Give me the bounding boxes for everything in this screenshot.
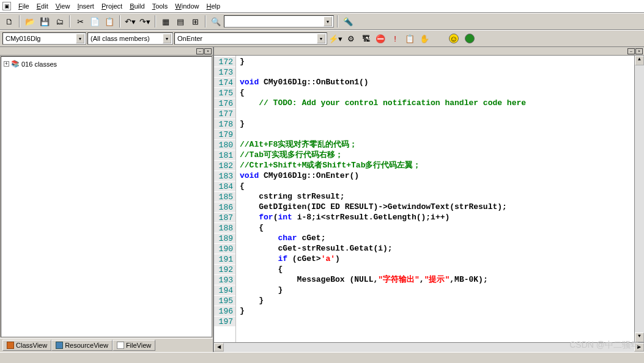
scroll-left-icon[interactable]: ◀ (214, 343, 224, 351)
workspace-icon[interactable]: ▦ (159, 15, 172, 28)
paste-icon[interactable]: 📋 (103, 15, 116, 28)
workspace-sidebar: – × + 📚 016 classes ClassView ResourceVi… (0, 47, 214, 352)
fileview-icon (117, 342, 124, 349)
save-icon[interactable]: 💾 (38, 15, 51, 28)
tab-resourceview[interactable]: ResourceView (51, 340, 113, 351)
copy-icon[interactable]: 📄 (88, 15, 102, 28)
sidebar-close-icon[interactable]: × (204, 48, 212, 54)
window-list-icon[interactable]: ⊞ (188, 15, 202, 28)
tree-root-label: 016 classes (21, 61, 57, 68)
code-editor[interactable]: 1721731741751761771781791801811821831841… (214, 56, 644, 342)
open-icon[interactable]: 📂 (23, 15, 37, 28)
class-combo[interactable]: CMy016Dlg ▼ (2, 32, 86, 45)
menu-file[interactable]: File (15, 1, 33, 11)
resourceview-icon (56, 342, 63, 349)
chevron-down-icon[interactable]: ▼ (317, 34, 325, 43)
scroll-right-icon[interactable]: ▶ (634, 343, 644, 351)
build-icon[interactable]: 🏗 (359, 32, 372, 45)
toggle-breakpoint-icon[interactable]: ✋ (418, 32, 431, 45)
statusbar (0, 352, 644, 363)
chevron-down-icon[interactable]: ▼ (76, 34, 84, 43)
output-icon[interactable]: ▤ (174, 15, 187, 28)
execute-icon[interactable]: ! (388, 32, 402, 45)
toolbar-standard: 🗋 📂 💾 🗂 ✂ 📄 📋 ↶▾ ↷▾ ▦ ▤ ⊞ 🔍 ▼ 🔦 (0, 13, 644, 30)
filter-combo[interactable]: (All class members) ▼ (87, 32, 173, 45)
search-icon[interactable]: 🔦 (341, 15, 355, 28)
menu-build[interactable]: Build (126, 1, 148, 11)
menu-help[interactable]: Help (202, 1, 224, 11)
menu-project[interactable]: Project (98, 1, 126, 11)
line-gutter: 1721731741751761771781791801811821831841… (214, 56, 236, 342)
editor-pane: – × 172173174175176177178179180181182183… (214, 47, 644, 352)
save-all-icon[interactable]: 🗂 (53, 15, 66, 28)
code-body[interactable]: }void CMy016Dlg::OnButton1(){ // TODO: A… (236, 56, 634, 342)
editor-close-icon[interactable]: × (635, 48, 643, 54)
app-icon: ▣ (2, 2, 11, 10)
editor-titlebar: – × (214, 47, 644, 56)
find-in-files-icon[interactable]: 🔍 (209, 15, 223, 28)
find-combo[interactable]: ▼ (224, 15, 334, 28)
menu-edit[interactable]: Edit (33, 1, 52, 11)
main-area: – × + 📚 016 classes ClassView ResourceVi… (0, 47, 644, 352)
vertical-scrollbar[interactable]: ▲ ▼ (634, 56, 644, 342)
menubar: ▣ File Edit View Insert Project Build To… (0, 0, 644, 13)
menu-view[interactable]: View (52, 1, 74, 11)
compile-icon[interactable]: ⚙ (344, 32, 358, 45)
editor-min-icon[interactable]: – (627, 48, 635, 54)
tab-classview[interactable]: ClassView (2, 340, 51, 351)
cut-icon[interactable]: ✂ (73, 15, 87, 28)
tree-root-item[interactable]: + 📚 016 classes (4, 59, 209, 68)
sidebar-dock-icon[interactable]: – (196, 48, 204, 54)
menu-insert[interactable]: Insert (73, 1, 98, 11)
wizard-action-icon[interactable]: ⚡▾ (328, 32, 342, 45)
sidebar-titlebar: – × (0, 47, 213, 56)
scroll-up-icon[interactable]: ▲ (635, 56, 644, 65)
smiley-green-icon[interactable] (463, 32, 476, 45)
tab-fileview[interactable]: FileView (113, 340, 155, 351)
menu-tools[interactable]: Tools (149, 1, 172, 11)
undo-icon[interactable]: ↶▾ (124, 15, 137, 28)
scroll-down-icon[interactable]: ▼ (635, 332, 644, 342)
go-icon[interactable]: 📋 (403, 32, 416, 45)
smiley-yellow-icon[interactable]: ☺ (447, 32, 461, 45)
class-tree[interactable]: + 📚 016 classes (1, 56, 212, 337)
expand-icon[interactable]: + (4, 61, 9, 67)
new-file-icon[interactable]: 🗋 (2, 15, 16, 28)
workspace-tabs: ClassView ResourceView FileView (0, 338, 213, 352)
menu-window[interactable]: Window (171, 1, 202, 11)
toolbar-wizardbar: CMy016Dlg ▼ (All class members) ▼ OnEnte… (0, 30, 644, 47)
redo-icon[interactable]: ↷▾ (138, 15, 152, 28)
stop-build-icon[interactable]: ⛔ (374, 32, 387, 45)
classview-icon (7, 342, 14, 349)
classes-icon: 📚 (11, 60, 20, 68)
chevron-down-icon[interactable]: ▼ (163, 34, 171, 43)
member-combo[interactable]: OnEnter ▼ (174, 32, 327, 45)
chevron-down-icon[interactable]: ▼ (324, 16, 332, 26)
horizontal-scrollbar[interactable]: ◀ ▶ (214, 342, 644, 352)
